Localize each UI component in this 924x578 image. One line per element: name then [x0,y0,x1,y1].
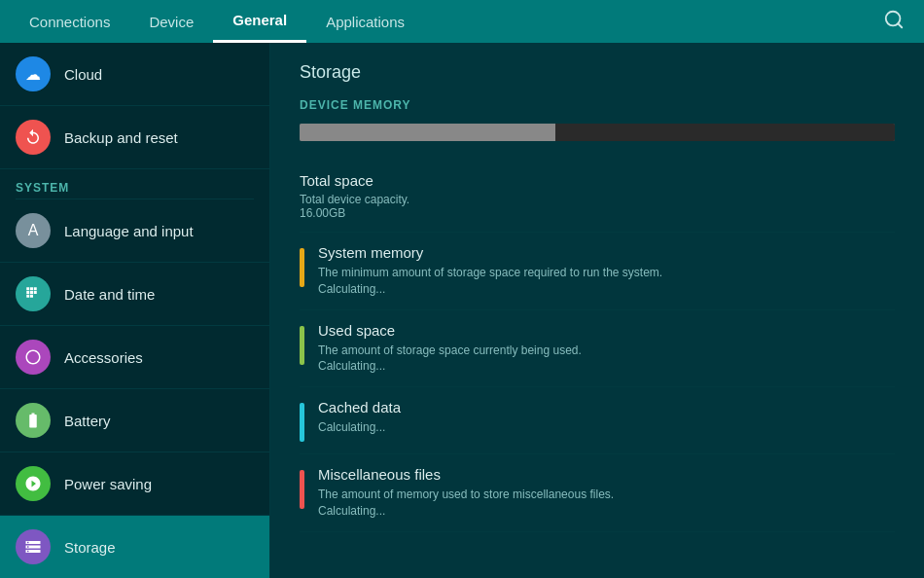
storage-item-cached-data-info: Cached data Calculating... [318,399,895,436]
sidebar-label-language-input: Language and input [64,223,194,239]
system-memory-calculating: Calculating... [318,281,895,298]
sidebar-item-cloud[interactable]: ☁ Cloud [0,43,269,106]
tab-applications[interactable]: Applications [306,0,424,43]
accessories-icon [16,340,51,375]
storage-item-system-memory-info: System memory The minimum amount of stor… [318,244,895,298]
cached-data-color-bar [300,403,304,442]
main-content: Storage DEVICE MEMORY Total space Total … [270,43,924,578]
storage-item-misc-files[interactable]: Miscellaneous files The amount of memory… [300,454,895,532]
tab-general[interactable]: General [213,0,306,43]
total-space-block: Total space Total device capacity. 16.00… [300,161,895,233]
total-space-title: Total space [300,172,895,189]
sidebar-item-storage[interactable]: Storage [0,516,269,578]
main-layout: ☁ Cloud Backup and reset SYSTEM A Langua… [0,43,924,578]
sidebar-label-accessories: Accessories [64,349,143,366]
sidebar-label-date-time: Date and time [64,286,155,303]
misc-files-title: Miscellaneous files [318,466,895,483]
date-time-icon [16,276,51,311]
sidebar-item-power-saving[interactable]: Power saving [0,452,269,516]
top-nav: Connections Device General Applications [0,0,924,43]
storage-progress-bar [300,124,895,141]
search-icon[interactable] [873,9,914,35]
cached-data-title: Cached data [318,399,895,415]
svg-line-1 [898,23,902,27]
misc-files-desc: The amount of memory used to store misce… [318,487,895,503]
device-memory-header: DEVICE MEMORY [300,98,895,112]
sidebar: ☁ Cloud Backup and reset SYSTEM A Langua… [0,43,270,578]
progress-bar-used [300,124,555,141]
tab-connections[interactable]: Connections [10,0,129,43]
cloud-icon: ☁ [16,56,51,91]
used-space-calculating: Calculating... [318,358,895,375]
storage-icon [16,529,51,564]
sidebar-item-backup-reset[interactable]: Backup and reset [0,106,269,169]
sidebar-item-language-input[interactable]: A Language and input [0,199,269,263]
sidebar-label-cloud: Cloud [64,66,102,83]
power-saving-icon [16,466,51,501]
page-title: Storage [300,62,895,83]
storage-item-misc-files-info: Miscellaneous files The amount of memory… [318,466,895,520]
total-space-desc: Total device capacity. [300,193,895,206]
storage-item-used-space-info: Used space The amount of storage space c… [318,322,895,376]
storage-item-system-memory[interactable]: System memory The minimum amount of stor… [300,233,895,310]
battery-icon [16,403,51,438]
system-memory-title: System memory [318,244,895,261]
system-memory-desc: The minimum amount of storage space requ… [318,265,895,281]
cached-data-calculating: Calculating... [318,419,895,436]
sidebar-label-battery: Battery [64,413,111,429]
storage-item-used-space[interactable]: Used space The amount of storage space c… [300,310,895,388]
progress-bar-empty [555,124,895,141]
tab-device[interactable]: Device [129,0,213,43]
used-space-desc: The amount of storage space currently be… [318,343,895,359]
total-space-value: 16.00GB [300,206,895,220]
sidebar-label-power-saving: Power saving [64,476,152,492]
storage-item-cached-data[interactable]: Cached data Calculating... [300,387,895,454]
used-space-title: Used space [318,322,895,339]
sidebar-item-accessories[interactable]: Accessories [0,326,269,389]
sidebar-item-date-time[interactable]: Date and time [0,263,269,326]
misc-files-calculating: Calculating... [318,503,895,520]
backup-reset-icon [16,120,51,155]
sidebar-item-battery[interactable]: Battery [0,389,269,452]
system-section-label: SYSTEM [0,169,269,199]
system-memory-color-bar [300,248,304,287]
used-space-color-bar [300,326,304,365]
language-input-icon: A [16,213,51,248]
misc-files-color-bar [300,470,304,509]
sidebar-label-backup-reset: Backup and reset [64,129,178,146]
sidebar-label-storage: Storage [64,539,116,556]
